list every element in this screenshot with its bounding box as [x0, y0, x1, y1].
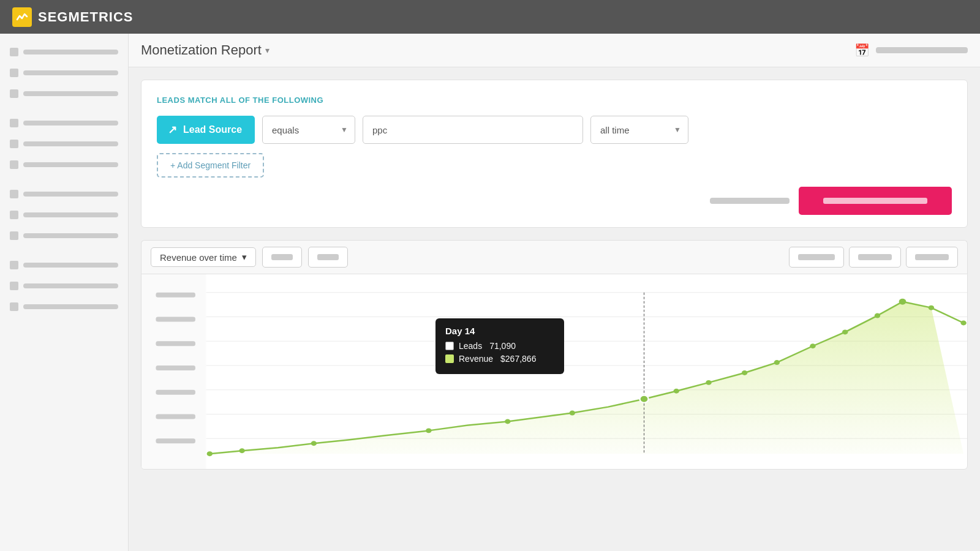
chart-tooltip: Day 14 Leads 71,090 Revenue $267,866	[435, 318, 564, 374]
tooltip-revenue-label: Revenue	[459, 354, 493, 364]
tooltip-row-revenue: Revenue $267,866	[445, 354, 554, 364]
chart-toolbar: Revenue over time ▾	[141, 240, 968, 274]
sidebar-item[interactable]	[6, 298, 122, 316]
toolbar-right-btn-2[interactable]	[849, 247, 901, 268]
tooltip-row-leads: Leads 71,090	[445, 341, 554, 351]
svg-point-31	[960, 321, 966, 326]
svg-point-20	[570, 411, 575, 416]
sidebar-item[interactable]	[6, 256, 122, 274]
report-title-text: Monetization Report	[141, 42, 262, 58]
sidebar-icon	[10, 119, 18, 127]
calendar-icon[interactable]: 📅	[854, 43, 870, 58]
sidebar-icon	[10, 302, 18, 311]
sidebar-item[interactable]	[6, 227, 122, 245]
tooltip-swatch-revenue	[445, 354, 454, 363]
date-range-placeholder	[876, 47, 968, 53]
svg-point-33	[639, 395, 648, 403]
sidebar-icon	[10, 69, 18, 77]
sidebar-icon	[10, 231, 18, 240]
tooltip-leads-label: Leads	[459, 341, 482, 351]
chart-type-dropdown[interactable]: Revenue over time ▾	[151, 247, 256, 267]
sidebar-icon	[10, 160, 18, 169]
sidebar-label	[23, 283, 118, 288]
lead-source-label: Lead Source	[183, 124, 242, 135]
lead-source-button[interactable]: ↗ Lead Source	[157, 116, 255, 144]
svg-point-28	[875, 313, 880, 318]
sidebar-label	[23, 263, 118, 268]
svg-point-25	[774, 360, 780, 365]
svg-point-17	[311, 441, 317, 446]
top-nav: SEGMETRICS	[0, 0, 980, 34]
sidebar-label	[23, 162, 118, 167]
chart-type-label: Revenue over time	[160, 252, 237, 263]
sidebar-label	[23, 70, 118, 75]
svg-point-29	[899, 299, 907, 305]
logo-icon	[12, 7, 32, 27]
sidebar-item[interactable]	[6, 64, 122, 82]
sidebar-icon	[10, 282, 18, 290]
toolbar-right-btn-3[interactable]	[906, 247, 958, 268]
toolbar-right-btn-3-label	[915, 254, 949, 260]
svg-rect-1	[156, 293, 195, 298]
sidebar-label	[23, 212, 118, 217]
svg-point-24	[742, 370, 747, 375]
sidebar-icon	[10, 48, 18, 56]
svg-point-15	[207, 451, 213, 456]
equals-select-wrap[interactable]: equals does not equal contains ▼	[262, 116, 355, 144]
sidebar-item[interactable]	[6, 206, 122, 224]
sidebar-label	[23, 233, 118, 238]
sidebar-label	[23, 304, 118, 309]
sidebar-item[interactable]	[6, 114, 122, 132]
filter-panel: LEADS MATCH ALL OF THE FOLLOWING ↗ Lead …	[141, 80, 968, 228]
sidebar-icon	[10, 190, 18, 198]
calendar-area: 📅	[854, 43, 968, 58]
svg-point-19	[505, 419, 510, 424]
tooltip-swatch-leads	[445, 342, 454, 350]
sidebar-item[interactable]	[6, 277, 122, 295]
svg-rect-2	[156, 317, 195, 322]
sidebar-item[interactable]	[6, 135, 122, 153]
main-layout: Monetization Report ▾ 📅 LEADS MATCH ALL …	[0, 34, 980, 551]
toolbar-right-btn-1-label	[798, 254, 835, 260]
svg-rect-6	[156, 414, 195, 419]
chart-type-arrow: ▾	[242, 252, 247, 263]
sub-header: Monetization Report ▾ 📅	[129, 34, 980, 67]
tooltip-revenue-value: $267,866	[500, 354, 536, 364]
add-filter-button[interactable]: + Add Segment Filter	[157, 153, 264, 178]
tooltip-leads-value: 71,090	[489, 341, 516, 351]
sidebar-item[interactable]	[6, 84, 122, 103]
report-title-dropdown-icon[interactable]: ▾	[265, 45, 270, 55]
sidebar-group-3	[6, 185, 122, 245]
alltime-select[interactable]: all time last 30 days last 90 days this …	[590, 116, 688, 144]
sidebar-group-1	[6, 43, 122, 103]
sidebar-label	[23, 91, 118, 96]
svg-point-22	[674, 389, 679, 394]
toolbar-btn-2[interactable]	[308, 247, 348, 268]
filter-footer	[157, 187, 952, 215]
logo-area: SEGMETRICS	[12, 7, 133, 27]
svg-point-26	[810, 343, 815, 348]
svg-point-27	[842, 329, 848, 334]
alltime-select-wrap[interactable]: all time last 30 days last 90 days this …	[590, 116, 688, 144]
svg-point-16	[239, 448, 244, 453]
sidebar-label	[23, 50, 118, 54]
sidebar-icon	[10, 140, 18, 148]
sidebar-item[interactable]	[6, 185, 122, 203]
sidebar-label	[23, 121, 118, 126]
content-area: Monetization Report ▾ 📅 LEADS MATCH ALL …	[129, 34, 980, 551]
apply-button[interactable]	[799, 187, 952, 215]
sidebar-item[interactable]	[6, 156, 122, 174]
tooltip-title: Day 14	[445, 326, 554, 336]
toolbar-btn-2-icon	[317, 254, 339, 260]
svg-rect-7	[156, 438, 195, 443]
filter-heading: LEADS MATCH ALL OF THE FOLLOWING	[157, 96, 952, 105]
svg-point-18	[426, 428, 431, 433]
sidebar-item[interactable]	[6, 43, 122, 61]
sidebar	[0, 34, 129, 551]
ppc-input[interactable]	[363, 116, 583, 144]
svg-rect-3	[156, 341, 195, 346]
equals-select[interactable]: equals does not equal contains	[262, 116, 355, 144]
toolbar-btn-1[interactable]	[262, 247, 302, 268]
toolbar-right-btn-1[interactable]	[789, 247, 844, 268]
toolbar-btn-1-icon	[271, 254, 293, 260]
